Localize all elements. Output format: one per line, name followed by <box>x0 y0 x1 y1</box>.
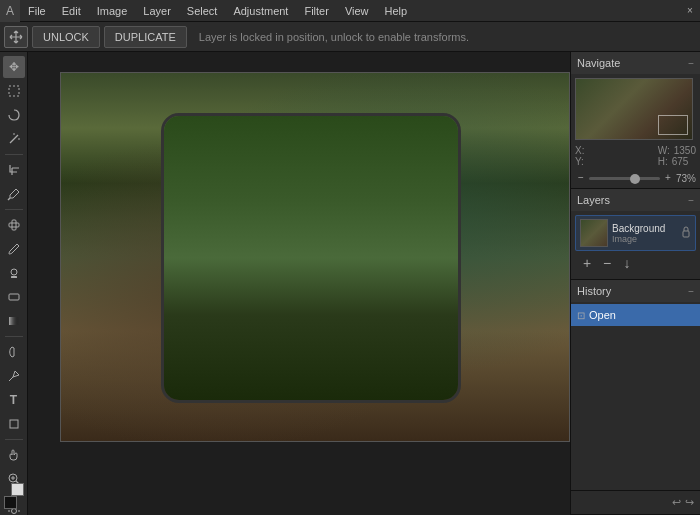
move-tool-icon[interactable] <box>4 26 28 48</box>
wand-tool[interactable] <box>3 128 25 150</box>
zoom-plus-button[interactable]: + <box>662 172 674 184</box>
history-header[interactable]: History − <box>571 280 700 302</box>
layer-item[interactable]: Background Image <box>575 215 696 251</box>
dodge-tool[interactable] <box>3 341 25 363</box>
gradient-tool[interactable] <box>3 310 25 332</box>
left-toolbar: ✥ <box>0 52 28 515</box>
layers-title: Layers <box>577 194 610 206</box>
lasso-tool[interactable] <box>3 104 25 126</box>
move-layer-button[interactable]: ↓ <box>619 255 635 271</box>
canvas-image <box>60 72 570 442</box>
pen-tool[interactable] <box>3 365 25 387</box>
menu-layer[interactable]: Layer <box>135 0 179 22</box>
svg-line-1 <box>10 135 18 143</box>
history-collapse-icon: − <box>688 286 694 297</box>
layer-type: Image <box>612 234 677 244</box>
add-layer-button[interactable]: + <box>579 255 595 271</box>
history-title: History <box>577 285 611 297</box>
right-panel: Navigate − X: Y: <box>570 52 700 515</box>
window-controls: × <box>680 0 700 22</box>
remove-layer-button[interactable]: − <box>599 255 615 271</box>
duplicate-button[interactable]: DUPLICATE <box>104 26 187 48</box>
toolbar-message: Layer is locked in position, unlock to e… <box>191 31 469 43</box>
h-value: 675 <box>672 156 689 167</box>
coord-wh: W: 1350 H: 675 <box>658 145 696 167</box>
svg-rect-6 <box>9 223 19 227</box>
svg-point-7 <box>11 269 17 275</box>
w-label: W: <box>658 145 670 156</box>
shape-tool[interactable] <box>3 413 25 435</box>
menu-items: File Edit Image Layer Select Adjustment … <box>20 0 415 22</box>
navigate-content: X: Y: W: 1350 <box>571 74 700 188</box>
svg-point-16 <box>11 509 16 514</box>
canvas-area[interactable] <box>28 52 570 515</box>
menu-select[interactable]: Select <box>179 0 226 22</box>
navigate-title: Navigate <box>577 57 620 69</box>
layer-info: Background Image <box>612 223 677 244</box>
lock-icon <box>681 226 691 240</box>
move-tool[interactable]: ✥ <box>3 56 25 78</box>
zoom-percentage: 73% <box>676 173 696 184</box>
history-undo-button[interactable]: ↩ <box>672 496 681 509</box>
history-content: ⊡ Open <box>571 302 700 490</box>
stamp-tool[interactable] <box>3 262 25 284</box>
eraser-tool[interactable] <box>3 286 25 308</box>
main-layout: ✥ <box>0 52 700 515</box>
history-item-open[interactable]: ⊡ Open <box>571 304 700 326</box>
svg-rect-17 <box>683 231 689 237</box>
move-icon-svg <box>9 30 23 44</box>
svg-rect-11 <box>10 420 18 428</box>
toolbar: UNLOCK DUPLICATE Layer is locked in posi… <box>0 22 700 52</box>
zoom-thumb <box>630 174 640 184</box>
tool-separator-1 <box>5 154 23 155</box>
navigate-thumbnail[interactable] <box>575 78 693 140</box>
layers-header[interactable]: Layers − <box>571 189 700 211</box>
svg-rect-8 <box>11 276 17 278</box>
close-button[interactable]: × <box>680 0 700 22</box>
menu-bar: A File Edit Image Layer Select Adjustmen… <box>0 0 700 22</box>
navigate-section: Navigate − X: Y: <box>571 52 700 189</box>
layers-footer-buttons: + − ↓ <box>579 255 635 271</box>
navigate-header[interactable]: Navigate − <box>571 52 700 74</box>
menu-adjustment[interactable]: Adjustment <box>225 0 296 22</box>
menu-image[interactable]: Image <box>89 0 136 22</box>
menu-view[interactable]: View <box>337 0 377 22</box>
hand-tool[interactable] <box>3 444 25 466</box>
svg-rect-0 <box>9 86 19 96</box>
zoom-minus-button[interactable]: − <box>575 172 587 184</box>
phone-screen <box>161 113 461 403</box>
svg-rect-10 <box>9 317 19 325</box>
history-footer: ↩ ↪ <box>571 490 700 514</box>
menu-help[interactable]: Help <box>377 0 416 22</box>
history-section: History − ⊡ Open ↩ ↪ <box>571 280 700 515</box>
history-redo-button[interactable]: ↪ <box>685 496 694 509</box>
marquee-tool[interactable] <box>3 80 25 102</box>
layers-content: Background Image + − ↓ <box>571 211 700 279</box>
phone-screen-content <box>164 116 458 400</box>
w-value: 1350 <box>674 145 696 156</box>
tool-separator-4 <box>5 439 23 440</box>
h-label: H: <box>658 156 668 167</box>
layer-thumbnail <box>580 219 608 247</box>
eyedropper-tool[interactable] <box>3 183 25 205</box>
menu-filter[interactable]: Filter <box>296 0 336 22</box>
layer-name: Background <box>612 223 677 234</box>
svg-line-4 <box>8 198 10 200</box>
history-open-icon: ⊡ <box>577 310 585 321</box>
zoom-slider[interactable] <box>589 177 660 180</box>
crop-tool[interactable] <box>3 159 25 181</box>
type-tool[interactable]: T <box>3 389 25 411</box>
app-icon: A <box>0 0 20 22</box>
layers-section: Layers − Background Image <box>571 189 700 280</box>
unlock-button[interactable]: UNLOCK <box>32 26 100 48</box>
menu-file[interactable]: File <box>20 0 54 22</box>
healing-tool[interactable] <box>3 214 25 236</box>
hands-overlay <box>61 441 569 442</box>
navigate-collapse-icon: − <box>688 58 694 69</box>
zoom-row: − + 73% <box>575 172 696 184</box>
brush-tool[interactable] <box>3 238 25 260</box>
layer-thumb-image <box>581 220 607 246</box>
coord-xy: X: Y: <box>575 145 588 167</box>
menu-edit[interactable]: Edit <box>54 0 89 22</box>
history-item-label: Open <box>589 309 616 321</box>
